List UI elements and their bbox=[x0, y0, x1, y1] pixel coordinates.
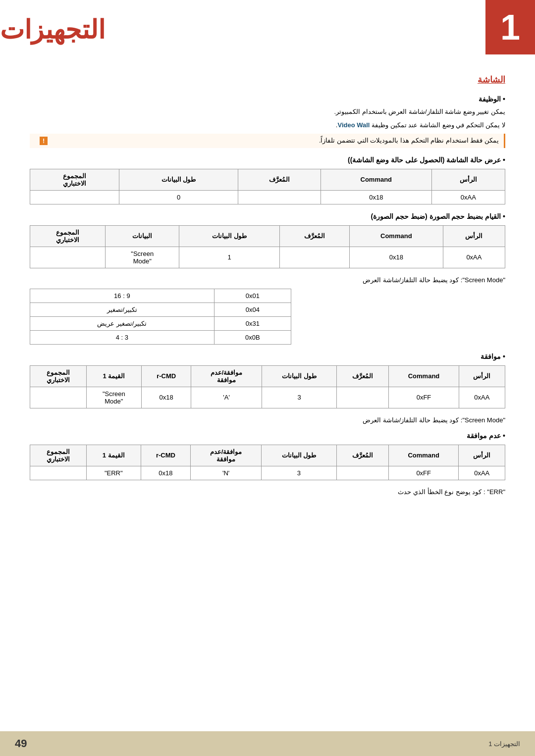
table3-wrapper: الرأس Command المُعرَّف طول البيانات موا… bbox=[30, 365, 505, 408]
table2-wrapper: الرأس Command المُعرَّف طول البيانات الب… bbox=[30, 225, 505, 268]
header: التجهيزات 1 bbox=[0, 0, 535, 64]
t2-h1: الرأس bbox=[443, 225, 505, 247]
table-row: 0xAA 0x18 0 bbox=[30, 190, 505, 204]
st-r3c2: تكبير/تصغير عريض bbox=[30, 316, 214, 330]
bullet5-note: "ERR" : كود يوضح نوع الخطأ الذي حدث bbox=[30, 488, 505, 496]
bullet-agree: موافقة الرأس Command المُعرَّف طول البيا… bbox=[30, 353, 505, 424]
header-title: التجهيزات bbox=[0, 15, 105, 45]
t2-r1c3 bbox=[280, 247, 350, 268]
chapter-box: 1 bbox=[485, 0, 535, 54]
footer-text: التجهيزات 1 bbox=[488, 740, 520, 748]
t2-h2: Command bbox=[349, 225, 443, 247]
bullet-status: عرض حالة الشاشة (الحصول على حالة وضع الش… bbox=[30, 156, 505, 204]
t4-h4: طول البيانات bbox=[262, 445, 336, 466]
t3-r1c4: 3 bbox=[262, 387, 337, 408]
t2-h4: طول البيانات bbox=[179, 225, 280, 247]
t4-r1c7: "ERR" bbox=[86, 466, 141, 480]
chapter-number: 1 bbox=[500, 9, 520, 45]
section-title: الشاشة bbox=[30, 74, 505, 85]
table4: الرأس Command المُعرَّف طول البيانات موا… bbox=[30, 445, 505, 480]
content: الشاشة الوظيفة يمكن تغيير وضع شاشة التلف… bbox=[0, 64, 535, 533]
t4-r1c2: 0xFF bbox=[389, 466, 459, 480]
warning-text: يمكن فقط استخدام نظام التحكم هذا بالمودي… bbox=[48, 137, 499, 144]
table-row: 0xAA 0x18 1 Screen""Mode bbox=[30, 247, 505, 268]
table1: الرأس Command المُعرَّف طول البيانات الم… bbox=[30, 169, 505, 204]
bullet4-note: "Screen Mode": كود يضبط حالة التلفاز/شاش… bbox=[30, 416, 505, 424]
t3-r1c2: 0xFF bbox=[389, 387, 459, 408]
t1-h1: الرأس bbox=[431, 169, 505, 190]
st-r3c1: 0x31 bbox=[214, 316, 291, 330]
t4-h1: الرأس bbox=[459, 445, 505, 466]
bullet-size: القيام بضبط حجم الصورة (ضبط حجم الصورة) … bbox=[30, 212, 505, 345]
t2-h3: المُعرَّف bbox=[280, 225, 350, 247]
table-row: 0x04 تكبير/تصغير bbox=[30, 302, 291, 316]
table-row: 0xAA 0xFF 3 'A' 0x18 Screen""Mode bbox=[30, 387, 505, 408]
bullet3-note: "Screen Mode": كود يضبط حالة التلفاز/شاش… bbox=[30, 276, 505, 284]
t3-r1c8 bbox=[30, 387, 87, 408]
t1-h4: طول البيانات bbox=[119, 169, 238, 190]
bullet1-text2: لا يمكن التحكم في وضع الشاشة عند تمكين و… bbox=[30, 120, 505, 131]
bullet1-text1: يمكن تغيير وضع شاشة التلفاز/شاشة العرض ب… bbox=[30, 107, 505, 117]
page: التجهيزات 1 الشاشة الوظيفة يمكن تغيير وض… bbox=[0, 0, 535, 756]
t4-r1c5: 'N' bbox=[191, 466, 262, 480]
t2-h5: البيانات bbox=[106, 225, 179, 247]
bullet2-label: عرض حالة الشاشة (الحصول على حالة وضع الش… bbox=[30, 156, 505, 164]
t4-h3: المُعرَّف bbox=[336, 445, 388, 466]
st-r2c2: تكبير/تصغير bbox=[30, 302, 214, 316]
t3-r1c5: 'A' bbox=[191, 387, 262, 408]
bullet4-label: موافقة bbox=[30, 353, 505, 360]
sub-table: 0x01 9 : 16 0x04 تكبير/تصغير 0x31 تكبير/… bbox=[30, 289, 291, 345]
t4-r1c6: 0x18 bbox=[141, 466, 190, 480]
t3-r1c6: 0x18 bbox=[142, 387, 191, 408]
bullet3-label: القيام بضبط حجم الصورة (ضبط حجم الصورة) bbox=[30, 212, 505, 220]
t4-r1c8 bbox=[30, 466, 87, 480]
table1-wrapper: الرأس Command المُعرَّف طول البيانات الم… bbox=[30, 169, 505, 204]
t1-r1c4: 0 bbox=[119, 190, 238, 204]
t1-h5: المجموعالاختباري bbox=[30, 169, 119, 190]
t3-h1: الرأس bbox=[459, 365, 505, 387]
t2-r1c2: 0x18 bbox=[349, 247, 443, 268]
bullet5-label: عدم موافقة bbox=[30, 432, 505, 440]
t4-r1c1: 0xAA bbox=[459, 466, 505, 480]
t3-r1c1: 0xAA bbox=[459, 387, 505, 408]
sub-table-wrapper: 0x01 9 : 16 0x04 تكبير/تصغير 0x31 تكبير/… bbox=[30, 289, 505, 345]
st-r1c1: 0x01 bbox=[214, 289, 291, 302]
t2-r1c4: 1 bbox=[179, 247, 280, 268]
t3-h3: المُعرَّف bbox=[337, 365, 389, 387]
warning-box: يمكن فقط استخدام نظام التحكم هذا بالمودي… bbox=[30, 134, 505, 148]
t2-r1c1: 0xAA bbox=[443, 247, 505, 268]
t3-h5: موافقة/عدمموافقة bbox=[191, 365, 262, 387]
table2: الرأس Command المُعرَّف طول البيانات الب… bbox=[30, 225, 505, 268]
video-wall-label: Video Wall bbox=[337, 120, 370, 131]
footer-page-number: 49 bbox=[15, 737, 27, 750]
bullet-function: الوظيفة يمكن تغيير وضع شاشة التلفاز/شاشة… bbox=[30, 95, 505, 148]
t4-h6: r-CMD bbox=[141, 445, 190, 466]
warning-icon: ! bbox=[40, 137, 48, 145]
footer: التجهيزات 1 49 bbox=[0, 731, 535, 756]
t1-r1c3 bbox=[238, 190, 321, 204]
t1-r1c2: 0x18 bbox=[321, 190, 431, 204]
t4-h8: المجموعالاختباري bbox=[30, 445, 87, 466]
t1-r1c1: 0xAA bbox=[431, 190, 505, 204]
t4-r1c4: 3 bbox=[262, 466, 336, 480]
table3: الرأس Command المُعرَّف طول البيانات موا… bbox=[30, 365, 505, 408]
t3-h4: طول البيانات bbox=[262, 365, 337, 387]
bullet-disagree: عدم موافقة الرأس Command المُعرَّف طول ا… bbox=[30, 432, 505, 496]
st-r2c1: 0x04 bbox=[214, 302, 291, 316]
t2-r1c6 bbox=[30, 247, 106, 268]
t3-r1c3 bbox=[337, 387, 389, 408]
t3-h7: القيمة 1 bbox=[86, 365, 142, 387]
st-r1c2: 9 : 16 bbox=[30, 289, 214, 302]
table-row: 0x31 تكبير/تصغير عريض bbox=[30, 316, 291, 330]
t3-h8: المجموعالاختباري bbox=[30, 365, 87, 387]
t4-h5: موافقة/عدمموافقة bbox=[191, 445, 262, 466]
t1-h3: المُعرَّف bbox=[238, 169, 321, 190]
t1-h2: Command bbox=[321, 169, 431, 190]
t2-r1c5: Screen""Mode bbox=[106, 247, 179, 268]
t1-r1c5 bbox=[30, 190, 119, 204]
t3-r1c7: Screen""Mode bbox=[86, 387, 142, 408]
st-r4c2: 3 : 4 bbox=[30, 330, 214, 344]
t3-h6: r-CMD bbox=[142, 365, 191, 387]
st-r4c1: 0x0B bbox=[214, 330, 291, 344]
bullet1-label: الوظيفة bbox=[30, 95, 505, 103]
